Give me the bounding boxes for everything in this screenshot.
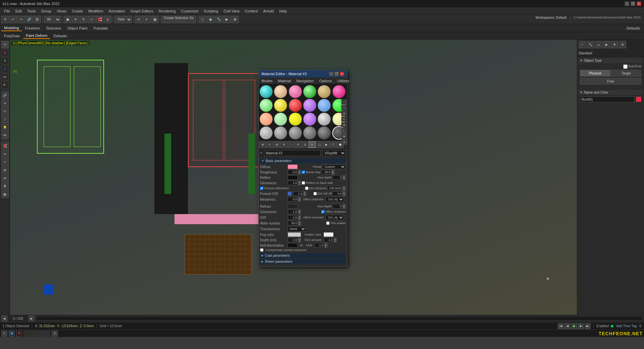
tb-material-btn[interactable]: ◉ [207, 16, 214, 23]
taskbar-btn-1[interactable]: ≡ [1, 331, 7, 337]
me-sss-down[interactable]: ▼ [334, 240, 337, 242]
tb-angle-snap-btn[interactable]: ∠ [104, 16, 111, 23]
menu-arnold[interactable]: Arnold [260, 8, 277, 14]
me-scattercolor-swatch[interactable] [324, 232, 334, 237]
sb-add-time-tag-btn[interactable]: Add Time Tag [616, 324, 637, 328]
rp-name-color-header[interactable]: ▼ Name and Color [579, 90, 643, 95]
me-maxdepth-input[interactable] [332, 175, 342, 180]
me-selfillum-swatch[interactable] [288, 243, 298, 248]
me-minimize-btn[interactable]: − [329, 71, 334, 76]
me-refractgloss-input[interactable] [288, 209, 298, 214]
me-bump-up[interactable]: ▲ [331, 170, 335, 172]
menu-group[interactable]: Group [38, 8, 54, 14]
rp-color-swatch[interactable] [636, 97, 641, 102]
me-refractgloss-up[interactable]: ▲ [298, 209, 301, 212]
ribbon-defaults-tab[interactable]: Defaults [624, 26, 643, 31]
transport-next-btn[interactable]: ▶ [578, 323, 584, 329]
me-mult-up[interactable]: ▲ [324, 243, 328, 245]
select-tool-btn[interactable]: ✛ [1, 41, 9, 48]
me-reflect-back-checkbox[interactable] [302, 181, 305, 185]
me-fresnelior-down[interactable]: ▼ [303, 194, 306, 196]
z-axis-btn[interactable]: Z [1, 65, 9, 72]
lt-spacewarp-btn[interactable]: ⊗ [1, 174, 9, 182]
transport-end-btn[interactable]: ▶| [585, 323, 591, 329]
me-material-name-input[interactable] [264, 150, 321, 156]
me-renderer-dropdown[interactable]: VRayMtl [322, 150, 346, 156]
menu-help[interactable]: Help [277, 8, 290, 14]
me-abbe-up[interactable]: ▲ [298, 221, 301, 223]
lt-snap-btn[interactable]: 🧲 [1, 142, 9, 150]
lt-link-btn[interactable]: 🔗 [1, 92, 9, 99]
sphere-8[interactable] [274, 99, 287, 112]
me-dimfalloff-checkbox[interactable] [313, 192, 317, 195]
me-translucency-dropdown[interactable]: None [288, 226, 306, 232]
sphere-16[interactable] [303, 112, 316, 126]
me-reflect-swatch[interactable] [288, 175, 298, 180]
me-box-display-btn[interactable]: □ [341, 105, 347, 110]
me-abbe-down[interactable]: ▼ [298, 223, 301, 226]
sphere-4[interactable] [303, 85, 316, 98]
menu-civil-view[interactable]: Civil View [221, 8, 242, 14]
tb-move-btn[interactable]: ✛ [72, 16, 79, 23]
me-metalness-up[interactable]: ▲ [298, 197, 301, 199]
me-video-btn[interactable]: ▷ [341, 128, 347, 133]
me-depth-up[interactable]: ▲ [298, 238, 301, 240]
me-refract-swatch[interactable] [288, 204, 298, 209]
me-compexp-checkbox[interactable] [260, 248, 263, 252]
menu-views[interactable]: Views [54, 8, 69, 14]
me-roughness-input[interactable] [288, 170, 298, 174]
rp-free-btn[interactable]: Free [580, 78, 641, 85]
me-dimdist-input[interactable] [327, 186, 342, 191]
me-dimfall-down[interactable]: ▼ [342, 194, 346, 196]
sphere-14[interactable] [274, 112, 287, 126]
sphere-1[interactable] [259, 85, 273, 98]
sphere-21[interactable] [289, 126, 302, 140]
sphere-9[interactable] [289, 99, 302, 112]
me-dim-dist-checkbox[interactable] [305, 187, 308, 190]
me-sheen-params-header[interactable]: ▶ Sheen parameters [260, 259, 346, 264]
tb-schematic-btn[interactable]: ⬡ [199, 16, 206, 23]
me-affect-ch2-dropdown[interactable]: Col..nly [326, 215, 344, 220]
tb-scale-btn[interactable]: ⤢ [88, 16, 95, 23]
me-tb-pick-btn[interactable]: ⊕ [259, 141, 266, 148]
me-metalness-down[interactable]: ▼ [298, 199, 301, 202]
menu-file[interactable]: File [1, 8, 13, 14]
ribbon-freeform-tab[interactable]: Freeform [22, 26, 43, 31]
tl-track[interactable] [36, 316, 643, 321]
me-bump-input[interactable] [321, 170, 331, 174]
me-tb-reset-btn[interactable]: ↺ [295, 141, 301, 148]
tb-render-setup-btn[interactable]: 🔧 [215, 16, 222, 23]
tl-prev-btn[interactable]: ◀ [1, 315, 7, 321]
ribbon-objectpaint-tab[interactable]: Object Paint [65, 26, 90, 31]
tb-select-btn[interactable]: ↺ [1, 16, 9, 23]
tb-rotate-btn[interactable]: ↻ [80, 16, 87, 23]
close-button[interactable]: ✕ [637, 1, 641, 6]
sphere-10[interactable] [303, 99, 316, 112]
y-axis-btn[interactable]: Y [1, 57, 9, 64]
menu-content[interactable]: Content [242, 8, 261, 14]
rp-display-icon[interactable]: 👁 [611, 41, 618, 48]
lt-array-btn[interactable]: ⊞ [1, 166, 9, 174]
me-tb-prev-btn[interactable]: ⬡ [330, 141, 337, 148]
me-fresnelior-input[interactable] [293, 191, 303, 196]
me-magnify-btn[interactable]: ⊕ [341, 122, 347, 128]
xy-axis-btn[interactable]: XY [1, 73, 9, 81]
rp-name-input[interactable] [580, 96, 635, 102]
me-gloss-down[interactable]: ▼ [298, 183, 301, 185]
sphere-15[interactable] [289, 112, 302, 126]
x-axis-btn[interactable]: X [1, 49, 9, 56]
sphere-19[interactable] [259, 126, 273, 140]
me-dropper-icon[interactable]: ✏ [260, 151, 263, 155]
me-fresnelior-up[interactable]: ▲ [303, 191, 306, 194]
tb-redo-btn[interactable]: ↪ [17, 16, 25, 23]
filter-dropdown[interactable]: All [44, 16, 61, 23]
sphere-11[interactable] [317, 99, 331, 112]
me-menu-options[interactable]: Options [316, 78, 335, 84]
me-dimfall-up[interactable]: ▲ [342, 191, 346, 194]
me-ior-down[interactable]: ▼ [298, 217, 301, 220]
me-tb-nav-btn1[interactable]: ⊻ [302, 141, 308, 148]
me-fresnel-ior-color[interactable] [288, 192, 292, 196]
lt-mirror-btn[interactable]: ⇔ [1, 150, 9, 158]
tb-select-region-btn[interactable]: ▣ [64, 16, 71, 23]
me-roughness-down[interactable]: ▼ [298, 172, 301, 174]
